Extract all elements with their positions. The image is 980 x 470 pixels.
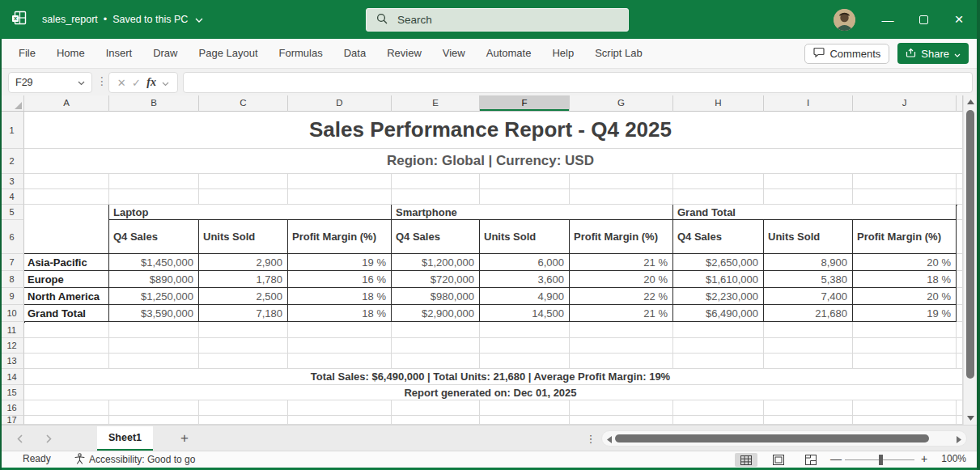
table-cell[interactable]: $2,230,000 [673,288,764,305]
table-corner-cell[interactable] [24,205,109,254]
grid-cell-I17[interactable] [764,416,853,425]
table-cell[interactable]: $2,650,000 [673,254,764,271]
ribbon-tab-page-layout[interactable]: Page Layout [189,39,269,68]
grid-cell-H16[interactable] [673,400,764,416]
grid-cell-E4[interactable] [392,189,480,205]
column-header-I[interactable]: I [764,95,853,112]
ribbon-tab-data[interactable]: Data [333,39,376,68]
save-status[interactable]: Saved to this PC [112,14,188,25]
table-cell[interactable]: $1,250,000 [109,288,199,305]
grid-cell-A17[interactable] [24,416,109,425]
zoom-level[interactable]: 100% [932,453,966,464]
table-cell[interactable]: 21 % [570,305,673,322]
column-header-E[interactable]: E [392,95,480,112]
grid-cell-I16[interactable] [764,400,853,416]
maximize-button[interactable] [906,0,941,39]
vertical-scroll-thumb[interactable] [966,110,974,379]
grid-cell-G13[interactable] [570,354,673,369]
row-header-8[interactable]: 8 [0,271,24,288]
table-cell[interactable]: 2,500 [199,288,288,305]
table-cell[interactable]: $980,000 [392,288,480,305]
row-header-13[interactable]: 13 [0,354,24,369]
ribbon-tab-automate[interactable]: Automate [476,39,542,68]
add-sheet-button[interactable]: + [173,426,196,451]
horizontal-scrollbar[interactable] [601,430,967,447]
grid-cell-J11[interactable] [853,322,957,338]
grid-cell-A11[interactable] [24,322,109,338]
grid-cell-H4[interactable] [673,189,764,205]
merged-cell-row14[interactable]: Total Sales: $6,490,000 | Total Units: 2… [24,369,957,385]
grid-cell-D16[interactable] [288,400,392,416]
table-cell[interactable]: $720,000 [392,271,480,288]
grid-cell-E11[interactable] [392,322,480,338]
grid-cell-C17[interactable] [199,416,288,425]
row-header-7[interactable]: 7 [0,254,24,271]
table-cell[interactable]: 14,500 [480,305,570,322]
table-cell[interactable]: 18 % [288,305,392,322]
table-cell[interactable]: 19 % [288,254,392,271]
grid-cell-J4[interactable] [853,189,957,205]
grid-cell-E17[interactable] [392,416,480,425]
column-header-H[interactable]: H [673,95,764,112]
ribbon-tab-review[interactable]: Review [376,39,432,68]
row-header-1[interactable]: 1 [0,112,24,149]
scroll-up-icon[interactable] [964,95,977,108]
table-cell[interactable]: 7,400 [764,288,853,305]
grid-cell-E3[interactable] [392,174,480,189]
ribbon-tab-draw[interactable]: Draw [142,39,188,68]
grid-cell-A13[interactable] [24,354,109,369]
enter-icon[interactable]: ✓ [132,77,141,89]
grid-cell-F12[interactable] [480,338,570,354]
formula-bar-more-icon[interactable]: ⋮ [96,74,108,87]
grid-cell-I13[interactable] [764,354,853,369]
column-header-C[interactable]: C [199,95,288,112]
scroll-right-icon[interactable] [953,434,965,445]
row-header-2[interactable]: 2 [0,149,24,174]
grid-cell-A12[interactable] [24,338,109,354]
grid-cell-F4[interactable] [480,189,570,205]
table-cell[interactable]: 6,000 [480,254,570,271]
profile-avatar[interactable] [834,9,855,31]
grid-cell-B16[interactable] [109,400,199,416]
row-header-15[interactable]: 15 [0,385,24,400]
grid-cell-F3[interactable] [480,174,570,189]
merged-cell-row15[interactable]: Report generated on: Dec 01, 2025 [24,385,957,400]
grid-cell-D17[interactable] [288,416,392,425]
horizontal-scroll-thumb[interactable] [615,434,929,442]
grid-cell-B12[interactable] [109,338,199,354]
share-button[interactable]: Share [897,43,969,64]
close-button[interactable]: × [941,0,977,39]
ribbon-tab-formulas[interactable]: Formulas [269,39,333,68]
ribbon-tab-view[interactable]: View [432,39,476,68]
grid-cell-B4[interactable] [109,189,199,205]
grid-cell-G16[interactable] [570,400,673,416]
column-header-D[interactable]: D [288,95,392,112]
scroll-left-icon[interactable] [604,434,615,445]
table-cell[interactable]: 16 % [288,271,392,288]
grid-cell-I3[interactable] [764,174,853,189]
table-cell[interactable]: $890,000 [109,271,199,288]
row-header-6[interactable]: 6 [0,220,24,254]
table-cell[interactable]: 20 % [570,271,673,288]
grid-cell-J13[interactable] [853,354,957,369]
row-header-16[interactable]: 16 [0,400,24,416]
table-cell[interactable]: 21 % [570,254,673,271]
grid-cell-H17[interactable] [673,416,764,425]
grid-cell-I11[interactable] [764,322,853,338]
grid-cell-E12[interactable] [392,338,480,354]
scroll-down-icon[interactable] [964,412,977,425]
grid-cell-D13[interactable] [288,354,392,369]
fx-chevron-icon[interactable] [162,75,169,90]
grid-cell-D4[interactable] [288,189,392,205]
table-cell[interactable]: $2,900,000 [392,305,480,322]
column-header-J[interactable]: J [853,95,957,112]
ribbon-tab-help[interactable]: Help [541,39,584,68]
column-header-B[interactable]: B [109,95,199,112]
table-cell[interactable]: 8,900 [764,254,853,271]
grid-cell-H13[interactable] [673,354,764,369]
table-cell[interactable]: 20 % [853,254,957,271]
grid-cell-C3[interactable] [199,174,288,189]
ribbon-tab-insert[interactable]: Insert [95,39,143,68]
grid-cell-C16[interactable] [199,400,288,416]
grid-cell-A4[interactable] [24,189,109,205]
